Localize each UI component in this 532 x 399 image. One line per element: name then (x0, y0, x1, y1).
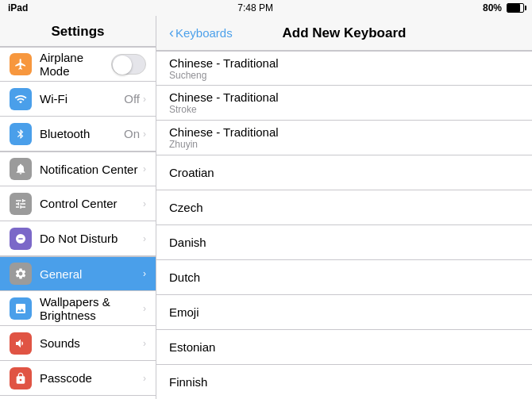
wifi-icon (10, 88, 32, 110)
passcode-chevron: › (143, 373, 146, 384)
sounds-chevron: › (143, 338, 146, 349)
status-bar: iPad 7:48 PM 80% (0, 0, 532, 16)
keyboard-list-item[interactable]: Croatian (156, 155, 532, 190)
wallpaper-label: Wallpapers & Brightness (40, 295, 140, 322)
donotdisturb-chevron: › (143, 233, 146, 244)
airplane-label: Airplane Mode (40, 51, 111, 78)
donotdisturb-icon (10, 228, 32, 250)
sidebar-item-general[interactable]: General › (0, 256, 156, 291)
keyboard-list-item[interactable]: Estonian (156, 330, 532, 365)
keyboard-name: Dutch (169, 270, 519, 284)
keyboard-sub: Stroke (169, 104, 519, 115)
notification-icon (10, 158, 32, 180)
sounds-icon (10, 332, 32, 355)
keyboard-list-item[interactable]: Chinese - TraditionalStroke (156, 86, 532, 121)
keyboard-name: Chinese - Traditional (169, 125, 519, 139)
airplane-icon (10, 53, 32, 75)
battery-percent: 80% (483, 2, 502, 13)
keyboard-list-item[interactable]: Chinese - TraditionalZhuyin (156, 121, 532, 155)
wallpaper-icon (10, 297, 32, 320)
status-right: 80% (483, 2, 524, 13)
keyboard-list-item[interactable]: Finnish (156, 365, 532, 399)
back-chevron-icon: ‹ (169, 25, 174, 41)
sidebar-section-2: Notification Center › Control Center › D… (0, 152, 156, 256)
general-chevron: › (143, 268, 146, 279)
keyboard-name: Estonian (169, 340, 519, 354)
general-icon (10, 263, 32, 285)
sidebar-item-passcode[interactable]: Passcode › (0, 361, 156, 396)
keyboard-sub: Zhuyin (169, 139, 519, 150)
wifi-value: Off (124, 92, 140, 106)
keyboard-name: Croatian (169, 166, 519, 179)
airplane-toggle[interactable] (111, 54, 146, 75)
passcode-label: Passcode (40, 371, 140, 385)
notification-chevron: › (143, 163, 146, 175)
sidebar-title: Settings (0, 16, 156, 47)
right-panel-title: Add New Keyboard (283, 25, 407, 41)
back-button[interactable]: ‹ Keyboards (169, 25, 233, 41)
bluetooth-label: Bluetooth (40, 127, 124, 140)
wifi-label: Wi-Fi (40, 92, 124, 106)
sidebar-section-1: Airplane Mode Wi-Fi Off › Bluetooth On › (0, 47, 156, 152)
sidebar-item-sounds[interactable]: Sounds › (0, 326, 156, 361)
right-panel: ‹ Keyboards Add New Keyboard Chinese - T… (156, 16, 532, 399)
keyboard-name: Emoji (169, 305, 519, 319)
bluetooth-value: On (124, 127, 140, 140)
bluetooth-chevron: › (143, 129, 146, 140)
keyboard-list: Chinese - TraditionalSuchengChinese - Tr… (156, 51, 532, 399)
sidebar: Settings Airplane Mode Wi-Fi Off › (0, 16, 156, 399)
wifi-chevron: › (143, 94, 146, 105)
keyboard-name: Czech (169, 201, 519, 214)
right-header: ‹ Keyboards Add New Keyboard (156, 16, 532, 51)
keyboard-list-item[interactable]: Chinese - TraditionalSucheng (156, 51, 532, 86)
sidebar-item-wifi[interactable]: Wi-Fi Off › (0, 82, 156, 117)
bluetooth-icon (10, 123, 32, 145)
sounds-label: Sounds (40, 336, 140, 350)
keyboard-list-item[interactable]: Emoji (156, 295, 532, 330)
wallpaper-chevron: › (143, 303, 146, 314)
general-label: General (40, 267, 140, 281)
status-time: 7:48 PM (237, 2, 273, 13)
donotdisturb-label: Do Not Disturb (40, 232, 140, 245)
keyboard-list-item[interactable]: Dutch (156, 260, 532, 295)
keyboard-sub: Sucheng (169, 70, 519, 81)
sidebar-item-airplane[interactable]: Airplane Mode (0, 47, 156, 82)
keyboard-name: Chinese - Traditional (169, 56, 519, 70)
keyboard-list-item[interactable]: Czech (156, 190, 532, 225)
keyboard-name: Danish (169, 236, 519, 249)
sidebar-item-privacy[interactable]: Privacy › (0, 396, 156, 399)
battery-icon (507, 3, 524, 13)
keyboard-name: Finnish (169, 375, 519, 389)
keyboard-list-item[interactable]: Danish (156, 225, 532, 260)
keyboard-name: Chinese - Traditional (169, 90, 519, 104)
status-device: iPad (8, 2, 28, 13)
sidebar-item-bluetooth[interactable]: Bluetooth On › (0, 117, 156, 152)
back-label: Keyboards (175, 26, 233, 40)
sidebar-section-3: General › Wallpapers & Brightness › Soun… (0, 256, 156, 399)
sidebar-item-donotdisturb[interactable]: Do Not Disturb › (0, 221, 156, 256)
sidebar-item-notification[interactable]: Notification Center › (0, 152, 156, 186)
passcode-icon (10, 367, 32, 389)
notification-label: Notification Center (40, 163, 140, 176)
sidebar-item-wallpaper[interactable]: Wallpapers & Brightness › (0, 291, 156, 326)
control-icon (10, 193, 32, 215)
sidebar-item-control[interactable]: Control Center › (0, 186, 156, 221)
control-label: Control Center (40, 197, 140, 210)
control-chevron: › (143, 198, 146, 209)
